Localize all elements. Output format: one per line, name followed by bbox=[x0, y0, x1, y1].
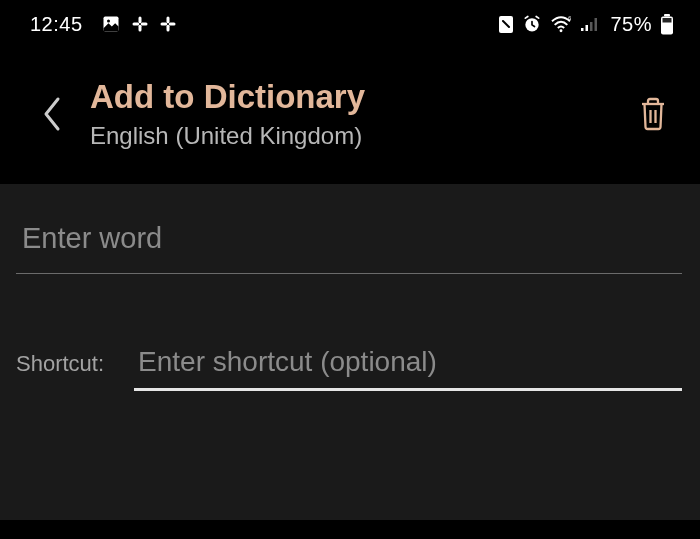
shortcut-input[interactable] bbox=[134, 342, 682, 391]
page-subtitle: English (United Kingdom) bbox=[90, 122, 628, 150]
status-right: 6 75% bbox=[498, 13, 674, 36]
card-icon bbox=[498, 15, 514, 34]
status-bar: 12:45 6 75% bbox=[0, 0, 700, 48]
svg-rect-5 bbox=[140, 23, 147, 26]
wifi-icon: 6 bbox=[550, 15, 572, 33]
svg-point-12 bbox=[560, 29, 563, 32]
shortcut-row: Shortcut: bbox=[16, 342, 682, 391]
svg-rect-18 bbox=[664, 14, 670, 17]
svg-rect-6 bbox=[166, 17, 169, 24]
slack-icon bbox=[131, 15, 149, 33]
battery-icon bbox=[660, 14, 674, 35]
svg-rect-14 bbox=[581, 28, 584, 31]
status-time: 12:45 bbox=[30, 13, 83, 36]
svg-rect-20 bbox=[663, 18, 672, 23]
content-area: Shortcut: bbox=[0, 184, 700, 520]
alarm-icon bbox=[522, 14, 542, 34]
battery-percentage: 75% bbox=[610, 13, 652, 36]
page-title: Add to Dictionary bbox=[90, 78, 628, 116]
svg-rect-17 bbox=[595, 18, 598, 31]
svg-rect-3 bbox=[138, 25, 141, 32]
header-titles: Add to Dictionary English (United Kingdo… bbox=[82, 78, 628, 150]
image-icon bbox=[101, 14, 121, 34]
svg-rect-8 bbox=[160, 23, 167, 26]
slack-icon-2 bbox=[159, 15, 177, 33]
svg-rect-9 bbox=[168, 23, 175, 26]
svg-rect-2 bbox=[138, 17, 141, 24]
svg-rect-4 bbox=[132, 23, 139, 26]
svg-rect-7 bbox=[166, 25, 169, 32]
shortcut-label: Shortcut: bbox=[16, 351, 104, 391]
signal-icon bbox=[580, 16, 600, 32]
back-button[interactable] bbox=[22, 95, 82, 133]
svg-text:6: 6 bbox=[569, 15, 572, 21]
header: Add to Dictionary English (United Kingdo… bbox=[0, 48, 700, 184]
trash-icon bbox=[639, 97, 667, 131]
svg-rect-16 bbox=[590, 22, 593, 31]
svg-point-1 bbox=[107, 20, 110, 23]
status-left: 12:45 bbox=[30, 13, 177, 36]
chevron-left-icon bbox=[41, 95, 63, 133]
word-input[interactable] bbox=[16, 218, 682, 274]
delete-button[interactable] bbox=[628, 97, 678, 131]
svg-rect-15 bbox=[586, 25, 589, 31]
